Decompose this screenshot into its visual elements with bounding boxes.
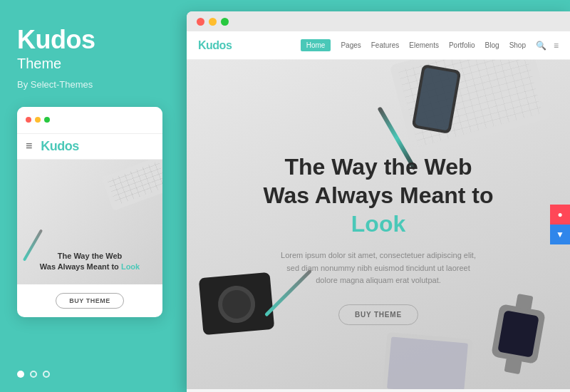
desktop-nav: Kudos Home Pages Features Elements Portf… [187, 31, 570, 60]
desktop-preview-window: Kudos Home Pages Features Elements Portf… [187, 11, 570, 392]
mobile-buy-area: BUY THEME [17, 284, 162, 309]
hero-buy-button[interactable]: BUY THEME [338, 304, 418, 325]
nav-link-shop[interactable]: Shop [509, 41, 526, 49]
mobile-nav: ≡ Kudos [17, 134, 162, 160]
mobile-dot-red [26, 117, 31, 123]
keyboard-decoration [101, 160, 162, 211]
hamburger-icon: ≡ [26, 140, 32, 152]
mobile-dot-green [44, 117, 50, 123]
mobile-hero-line2: Was Always Meant to Look [26, 262, 154, 272]
desktop-nav-icons: 🔍 ≡ [536, 41, 559, 51]
mobile-hero-accent: Look [121, 262, 140, 271]
desktop-logo-accent: K [198, 39, 206, 51]
desktop-hero: The Way the Web Was Always Meant to Look… [187, 60, 570, 389]
hero-tablet-decoration [383, 332, 473, 389]
mobile-logo-accent: K [41, 139, 50, 153]
app-subtitle: Theme [17, 56, 160, 72]
desktop-logo-text: udos [206, 39, 232, 51]
float-btn-red[interactable]: ● [550, 205, 570, 225]
hero-heading-line2: Was Always Meant to [263, 182, 493, 208]
theme-label-area [17, 371, 50, 378]
float-btn-blue[interactable]: ▼ [550, 225, 570, 244]
mobile-logo-text: udos [50, 139, 79, 153]
mobile-window-dots [26, 117, 50, 123]
mobile-logo: Kudos [41, 139, 79, 154]
mobile-buy-button[interactable]: BUY THEME [56, 293, 123, 309]
search-icon[interactable]: 🔍 [536, 41, 546, 51]
nav-link-pages[interactable]: Pages [341, 41, 361, 49]
floating-buttons: ● ▼ [550, 205, 570, 244]
nav-link-portfolio[interactable]: Portfolio [449, 41, 475, 49]
hero-heading: The Way the Web Was Always Meant to Look [250, 153, 507, 238]
desktop-title-bar [187, 11, 570, 31]
hero-heading-accent: Look [351, 211, 405, 237]
watch-band-bottom [504, 358, 522, 375]
watch-band-top [515, 294, 533, 311]
left-panel: Kudos Theme By Select-Themes ≡ Kudos [0, 0, 177, 392]
desktop-logo: Kudos [198, 39, 232, 52]
mobile-preview-window: ≡ Kudos The Way the Web Was Always Meant… [17, 107, 162, 317]
hero-content: The Way the Web Was Always Meant to Look… [250, 153, 507, 325]
nav-link-home[interactable]: Home [301, 39, 331, 51]
mobile-hero-line1: The Way the Web [26, 251, 154, 262]
nav-link-elements[interactable]: Elements [409, 41, 439, 49]
theme-dot-3[interactable] [43, 371, 50, 378]
app-title: Kudos [17, 26, 160, 54]
mobile-dot-yellow [35, 117, 41, 123]
theme-dot-1[interactable] [17, 371, 24, 378]
menu-icon[interactable]: ≡ [554, 41, 559, 51]
nav-link-blog[interactable]: Blog [485, 41, 499, 49]
desktop-nav-links: Home Pages Features Elements Portfolio B… [301, 39, 526, 51]
mobile-hero-text: The Way the Web Was Always Meant to Look [17, 251, 162, 273]
mobile-title-bar [17, 107, 162, 134]
desktop-dot-yellow [209, 18, 217, 26]
theme-dot-2[interactable] [30, 371, 37, 378]
right-panel: Kudos Home Pages Features Elements Portf… [177, 0, 570, 392]
desktop-dot-green [221, 18, 229, 26]
desktop-dot-red [197, 18, 204, 26]
app-author: By Select-Themes [17, 79, 160, 90]
mobile-hero: The Way the Web Was Always Meant to Look [17, 160, 162, 284]
hero-description: Lorem ipsum dolor sit amet, consectetuer… [279, 249, 478, 287]
hero-heading-line1: The Way the Web [284, 154, 472, 180]
nav-link-features[interactable]: Features [371, 41, 399, 49]
